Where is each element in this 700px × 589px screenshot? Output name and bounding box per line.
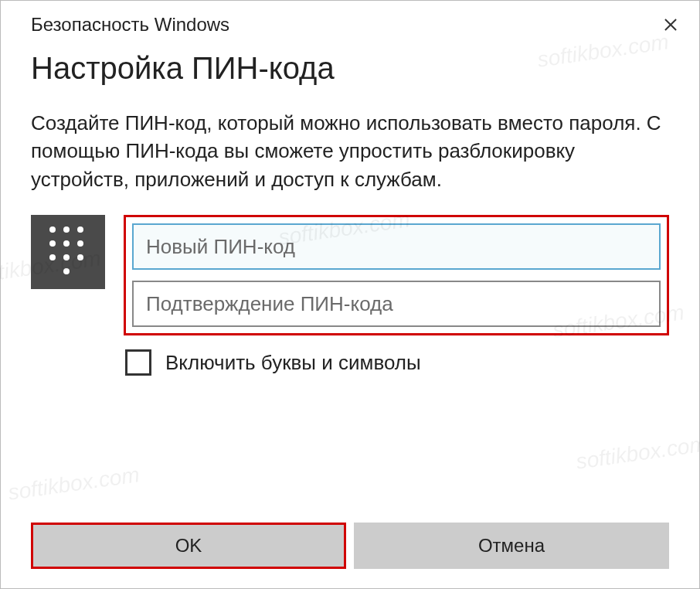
window-title: Безопасность Windows: [31, 14, 229, 36]
letters-symbols-checkbox[interactable]: [125, 349, 151, 376]
button-bar: OK Отмена: [31, 523, 669, 569]
pin-inputs-highlight: [124, 215, 669, 335]
ok-button[interactable]: OK: [31, 523, 346, 569]
dialog-heading: Настройка ПИН-кода: [31, 51, 669, 86]
close-icon[interactable]: [663, 17, 678, 32]
new-pin-input[interactable]: [132, 223, 661, 270]
titlebar: Безопасность Windows: [0, 0, 700, 43]
letters-symbols-label: Включить буквы и символы: [165, 351, 421, 375]
dialog-content: Настройка ПИН-кода Создайте ПИН-код, кот…: [0, 43, 700, 376]
keypad-icon: [31, 215, 105, 289]
confirm-pin-input[interactable]: [132, 281, 661, 327]
dialog-description: Создайте ПИН-код, который можно использо…: [31, 109, 669, 193]
watermark: softikbox.com: [7, 462, 141, 506]
watermark: softikbox.com: [574, 431, 700, 475]
pin-form-row: [31, 215, 669, 335]
cancel-button[interactable]: Отмена: [354, 523, 669, 569]
letters-symbols-row: Включить буквы и символы: [125, 349, 669, 376]
